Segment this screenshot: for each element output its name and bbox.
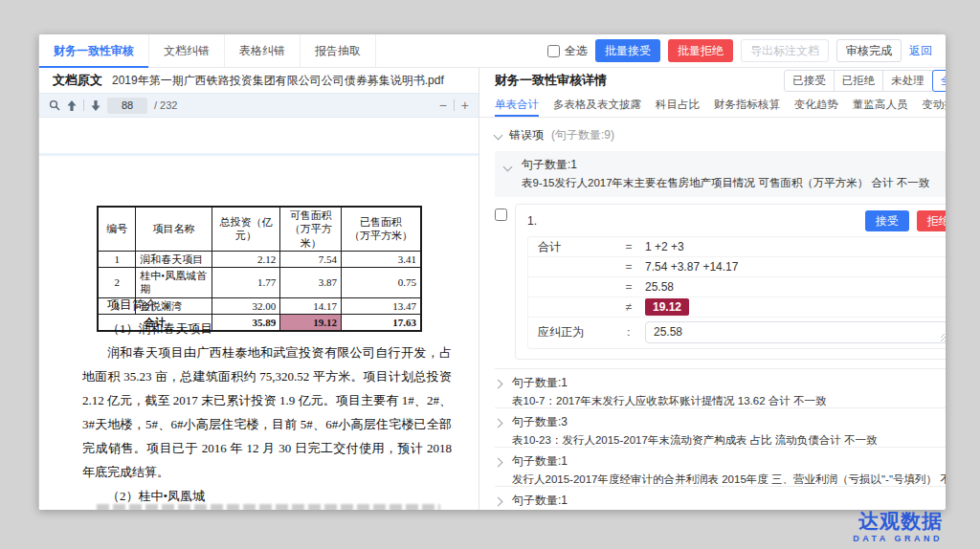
zoom-divider — [454, 99, 455, 111]
datagrand-logo: 达观数据 DATA GRAND — [853, 510, 943, 543]
error-group-header[interactable]: 错误项 (句子数量:9) — [495, 123, 946, 151]
top-tab-bar: 财务一致性审核 文档纠错 表格纠错 报告抽取 全选 批量接受 批量拒绝 导出标注… — [39, 34, 946, 68]
tab-table-correction[interactable]: 表格纠错 — [225, 34, 301, 67]
page-number-input[interactable] — [107, 98, 147, 114]
module-tabs: 财务一致性审核 文档纠错 表格纠错 报告抽取 — [39, 34, 376, 67]
logo-chinese: 达观数据 — [853, 510, 943, 532]
calc-row: = 7.54 +3.87 +14.17 — [528, 257, 946, 277]
calc-row-mismatch: ≠ 19.12 — [528, 297, 946, 318]
chevron-right-icon — [494, 380, 503, 389]
paragraph-intro: 项目简介： — [82, 293, 452, 317]
export-annotated-doc-button[interactable]: 导出标注文档 — [741, 39, 829, 62]
header-no: 编号 — [98, 207, 136, 251]
audit-detail-header: 财务一致性审核详情 已接受 已拒绝 未处理 全部 — [479, 68, 946, 93]
page-break-separator — [39, 153, 479, 156]
document-file-name: 2019年第一期广西铁路投资集团有限公司公司债券募集说明书.pdf — [112, 73, 444, 89]
detail-card-header: 1. 接受 拒绝 — [527, 211, 946, 231]
zoom-out-button[interactable]: − — [439, 98, 447, 113]
chevron-down-icon — [503, 163, 513, 172]
error-detail-row: 1. 接受 拒绝 合计 = 1 +2 +3 — [495, 204, 946, 360]
expanded-error-item[interactable]: 句子数量:1 表9-15发行人2017年末主要在售房地产项目情况 可售面积（万平… — [495, 151, 946, 197]
error-item-checkbox[interactable] — [495, 209, 507, 221]
main-content: 文档原文 2019年第一期广西铁路投资集团有限公司公司债券募集说明书.pdf /… — [39, 68, 946, 510]
error-item[interactable]: 句子数量:3 表10-23：发行人2015-2017年末流动资产构成表 占比 流… — [495, 408, 946, 448]
error-description: 表10-23：发行人2015-2017年末流动资产构成表 占比 流动负债合计 不… — [512, 433, 878, 448]
filter-rejected[interactable]: 已拒绝 — [834, 70, 884, 92]
tab-change-disclosure[interactable]: 变动披露 — [923, 93, 947, 117]
filter-all[interactable]: 全部 — [932, 70, 946, 92]
table-row: 1 润和春天项目 2.12 7.54 3.41 — [98, 251, 421, 267]
document-panel: 文档原文 2019年第一期广西铁路投资集团有限公司公司债券募集说明书.pdf /… — [39, 68, 479, 510]
filter-unprocessed[interactable]: 未处理 — [882, 70, 933, 92]
calc-operator: = — [612, 280, 645, 294]
error-item[interactable]: 句子数量:1 表10-7：2017年末发行人应收款坏账计提情况 13.62 合计… — [495, 369, 946, 408]
select-all[interactable]: 全选 — [547, 43, 588, 59]
calc-value: 25.58 — [645, 280, 674, 294]
error-list: 错误项 (句子数量:9) 句子数量:1 表9-15发行人2017年末主要在售房地… — [479, 118, 946, 510]
cell-no: 1 — [98, 251, 136, 267]
select-all-checkbox[interactable] — [547, 45, 560, 57]
audit-category-tabs: 单表合计 多表格及表文披露 科目占比 财务指标核算 变化趋势 董监高人员 变动披… — [479, 93, 946, 118]
tab-change-trend[interactable]: 变化趋势 — [794, 93, 838, 117]
filter-accepted[interactable]: 已接受 — [784, 70, 835, 92]
tab-multi-table-disclosure[interactable]: 多表格及表文披露 — [553, 93, 641, 117]
correction-input[interactable]: 25.58 — [645, 321, 946, 343]
cell-sellable: 7.54 — [280, 251, 342, 267]
audit-detail-panel: 财务一致性审核详情 已接受 已拒绝 未处理 全部 单表合计 多表格及表文披露 科… — [479, 68, 946, 510]
header-project-name: 项目名称 — [136, 207, 212, 251]
tab-report-extraction[interactable]: 报告抽取 — [301, 34, 376, 67]
correction-colon: ： — [612, 324, 645, 340]
document-panel-title: 文档原文 — [53, 72, 102, 89]
resize-handle[interactable] — [941, 334, 946, 341]
cell-sold: 3.41 — [341, 251, 421, 267]
topbar-actions: 全选 批量接受 批量拒绝 导出标注文档 审核完成 返回 — [547, 34, 946, 67]
not-equal-operator: ≠ — [612, 300, 645, 314]
chevron-right-icon — [494, 419, 503, 428]
logo-english: DATA GRAND — [853, 534, 943, 543]
tab-financial-indicator[interactable]: 财务指标核算 — [714, 93, 780, 117]
batch-accept-button[interactable]: 批量接受 — [595, 39, 660, 62]
pdf-page[interactable]: 编号 项目名称 总投资（亿元） 可售面积 （万平方米） 已售面积 （万平方米） … — [39, 118, 479, 510]
table-header-row: 编号 项目名称 总投资（亿元） 可售面积 （万平方米） 已售面积 （万平方米） — [98, 207, 421, 251]
zoom-controls: − + — [439, 98, 469, 113]
tab-subject-ratio[interactable]: 科目占比 — [656, 93, 700, 117]
calc-operator: = — [612, 240, 645, 253]
back-link[interactable]: 返回 — [909, 43, 932, 59]
pdf-body-text: 项目简介： （1）润和春天项目 润和春天项目由广西桂泰地和武宣投资有限公司自行开… — [82, 293, 452, 508]
paragraph-item1-title: （1）润和春天项目 — [82, 317, 452, 340]
cell-name: 润和春天项目 — [136, 251, 212, 267]
calc-label: 合计 — [538, 239, 612, 255]
error-group-count: (句子数量:9) — [551, 127, 614, 143]
accept-button[interactable]: 接受 — [865, 210, 909, 231]
page-down-icon[interactable] — [91, 100, 100, 111]
detail-index: 1. — [527, 214, 537, 228]
reject-button[interactable]: 拒绝 — [917, 210, 946, 231]
correction-label: 应纠正为 — [538, 324, 612, 340]
error-item[interactable]: 句子数量:1 发行人2015-2017年度经审计的合并利润表 2015年度 三、… — [495, 448, 946, 487]
calc-row: = 25.58 — [528, 277, 946, 297]
batch-reject-button[interactable]: 批量拒绝 — [668, 39, 733, 62]
cell-invest: 2.12 — [212, 251, 280, 267]
select-all-label: 全选 — [565, 43, 588, 59]
chevron-down-icon — [494, 131, 503, 141]
app-window: 财务一致性审核 文档纠错 表格纠错 报告抽取 全选 批量接受 批量拒绝 导出标注… — [38, 34, 946, 510]
pdf-toolbar: / 232 − + — [39, 93, 479, 118]
audit-complete-button[interactable]: 审核完成 — [836, 39, 902, 62]
tab-document-correction[interactable]: 文档纠错 — [149, 34, 225, 67]
search-icon[interactable] — [49, 99, 60, 111]
tab-single-table-total[interactable]: 单表合计 — [495, 93, 539, 117]
calc-row: 合计 = 1 +2 +3 — [528, 237, 946, 257]
mismatch-value-badge: 19.12 — [645, 298, 689, 316]
chevron-right-icon — [494, 497, 503, 507]
error-item[interactable]: 句子数量:1 发行人2015-2017年度经审计的合并利润表 2016年度 三、… — [495, 487, 946, 510]
error-description: 发行人2015-2017年度经审计的合并利润表 2015年度 三、营业利润（亏损… — [512, 472, 946, 487]
tab-executives[interactable]: 董监高人员 — [853, 93, 908, 117]
zoom-in-button[interactable]: + — [461, 98, 469, 113]
error-sentence-count: 句子数量:1 — [522, 157, 946, 173]
calc-value: 7.54 +3.87 +14.17 — [645, 260, 738, 274]
error-sentence-count: 句子数量:3 — [512, 414, 878, 430]
tab-financial-consistency-audit[interactable]: 财务一致性审核 — [39, 34, 149, 67]
page-up-icon[interactable] — [67, 100, 77, 111]
error-sentence-count: 句子数量:1 — [512, 375, 826, 391]
header-sellable-area: 可售面积 （万平方米） — [280, 207, 342, 251]
